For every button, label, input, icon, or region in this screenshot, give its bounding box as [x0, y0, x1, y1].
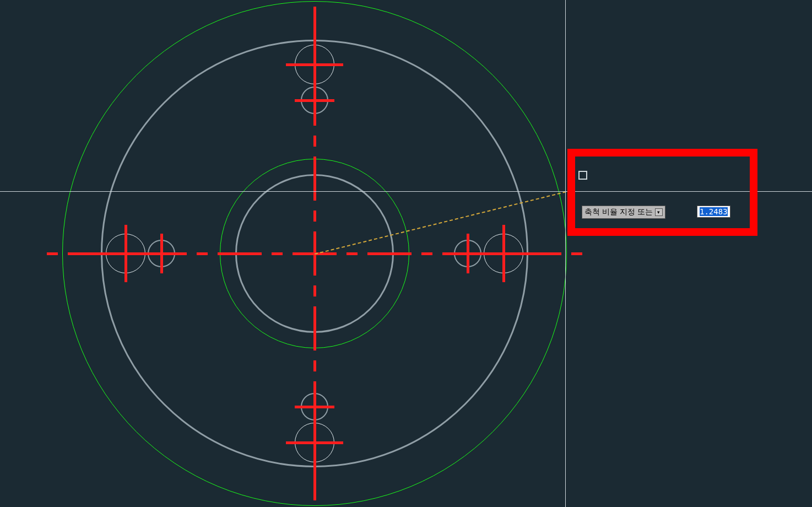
center-line-dash [313, 157, 316, 201]
center-line-dash [347, 252, 358, 255]
highlight-callout [567, 149, 757, 236]
center-line-dash [313, 360, 316, 371]
center-line-dash [218, 252, 262, 255]
center-line-dash [502, 225, 505, 282]
center-line-dash [421, 252, 432, 255]
scale-prompt[interactable]: 축척 비율 지정 또는 ▾ [582, 206, 665, 219]
center-line-dash [197, 252, 208, 255]
scale-prompt-label: 축척 비율 지정 또는 [584, 207, 653, 217]
cursor-crosshair-vertical [565, 0, 566, 507]
center-line-dash [367, 252, 412, 255]
scale-value-input[interactable]: 1.2483 [697, 206, 730, 218]
center-line-dash [313, 285, 316, 296]
center-line-dash [467, 234, 469, 273]
dropdown-icon[interactable]: ▾ [655, 208, 663, 216]
scale-value-text: 1.2483 [700, 207, 728, 216]
center-line-dash [313, 387, 316, 427]
center-line-dash [571, 252, 582, 255]
center-line-dash [160, 234, 163, 273]
center-line-dash [313, 136, 316, 147]
center-line-dash [47, 252, 58, 255]
center-line-dash [124, 225, 127, 282]
center-line-dash [272, 252, 283, 255]
center-line-dash [313, 80, 316, 120]
cad-canvas[interactable]: 축척 비율 지정 또는 ▾ 1.2483 [0, 0, 812, 507]
center-line-dash [313, 306, 316, 350]
center-line-dash [313, 211, 316, 222]
